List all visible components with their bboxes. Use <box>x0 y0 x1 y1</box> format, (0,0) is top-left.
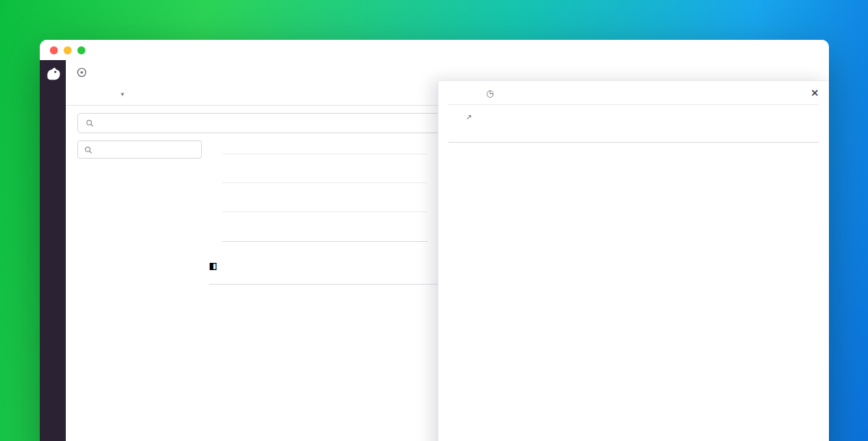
status-badge <box>448 91 480 96</box>
search-input[interactable] <box>77 113 443 133</box>
hide-controls-button[interactable]: ◧ <box>209 261 221 271</box>
gridline <box>222 154 427 154</box>
y-axis-ticks <box>209 152 222 242</box>
results-summary-text <box>448 125 819 133</box>
synthetic-monitoring-icon <box>76 67 88 78</box>
facet-search-input[interactable] <box>77 140 202 159</box>
detail-header: ◷ ✕ <box>448 81 819 105</box>
app-window: ▾ <box>40 40 829 441</box>
test-results-header <box>448 133 819 143</box>
detail-meta: ↗ <box>448 105 819 125</box>
search-icon <box>85 119 94 127</box>
collapse-panel-icon: ◧ <box>209 261 217 271</box>
left-nav-rail <box>40 60 66 441</box>
maximize-window-button[interactable] <box>77 46 85 54</box>
test-results-table <box>448 133 819 143</box>
tab-dashboards[interactable]: ▾ <box>118 85 129 105</box>
gridline <box>222 182 427 183</box>
minimize-window-button[interactable] <box>64 46 72 54</box>
search-icon <box>84 146 93 154</box>
chart-plot-area <box>222 152 427 242</box>
facets-panel <box>77 140 209 441</box>
x-axis-ticks <box>222 241 427 253</box>
window-body: ▾ <box>40 60 829 441</box>
clock-icon: ◷ <box>486 88 493 98</box>
datadog-logo[interactable] <box>44 65 61 83</box>
external-link-icon: ↗ <box>466 113 472 121</box>
close-window-button[interactable] <box>50 46 58 54</box>
window-titlebar <box>40 40 829 60</box>
close-panel-button[interactable]: ✕ <box>811 88 819 98</box>
batch-detail-panel: ◷ ✕ ↗ <box>438 80 829 441</box>
pipeline-link[interactable]: ↗ <box>466 111 472 123</box>
gridline <box>222 211 427 212</box>
chevron-down-icon: ▾ <box>121 91 124 98</box>
